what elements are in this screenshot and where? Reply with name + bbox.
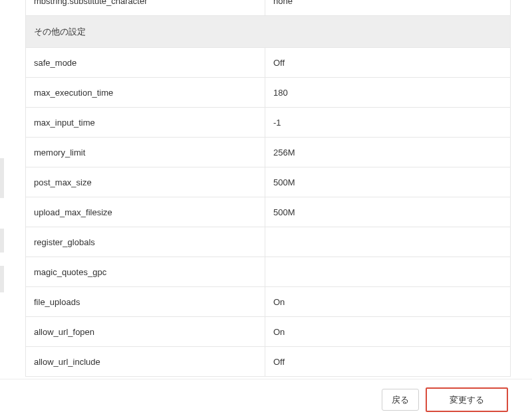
setting-value (265, 227, 511, 257)
setting-value: -1 (265, 108, 511, 138)
table-row: post_max_size 500M (26, 167, 511, 197)
setting-value (265, 257, 511, 287)
table-row: mbstring.substitute_character none (26, 0, 511, 16)
section-header-label: その他の設定 (26, 16, 511, 48)
back-button[interactable]: 戻る (382, 389, 419, 411)
table-row: memory_limit 256M (26, 138, 511, 167)
setting-name: max_input_time (26, 108, 265, 138)
setting-name: mbstring.substitute_character (26, 0, 265, 16)
setting-value: Off (265, 347, 511, 377)
setting-name: max_execution_time (26, 78, 265, 108)
table-row: file_uploads On (26, 287, 511, 317)
setting-value: 500M (265, 167, 511, 197)
setting-value: On (265, 287, 511, 317)
setting-name: file_uploads (26, 287, 265, 317)
php-settings-table: mbstring.substitute_character none その他の設… (25, 0, 511, 377)
setting-value: On (265, 317, 511, 347)
table-row: allow_url_fopen On (26, 317, 511, 347)
footer-action-bar: 戻る 変更する (0, 379, 532, 420)
table-row: max_input_time -1 (26, 108, 511, 138)
setting-value: 180 (265, 78, 511, 108)
table-row: upload_max_filesize 500M (26, 197, 511, 227)
setting-value: 500M (265, 197, 511, 227)
settings-table-container: mbstring.substitute_character none その他の設… (4, 0, 532, 420)
setting-value: none (265, 0, 511, 16)
setting-name: memory_limit (26, 138, 265, 167)
setting-name: magic_quotes_gpc (26, 257, 265, 287)
setting-name: allow_url_include (26, 347, 265, 377)
table-row: register_globals (26, 227, 511, 257)
table-row: safe_mode Off (26, 48, 511, 78)
setting-value: 256M (265, 138, 511, 167)
table-row: max_execution_time 180 (26, 78, 511, 108)
setting-name: upload_max_filesize (26, 197, 265, 227)
submit-button[interactable]: 変更する (426, 387, 508, 413)
setting-name: post_max_size (26, 167, 265, 197)
setting-value: Off (265, 48, 511, 78)
setting-name: register_globals (26, 227, 265, 257)
table-row: allow_url_include Off (26, 347, 511, 377)
section-header-row: その他の設定 (26, 16, 511, 48)
setting-name: safe_mode (26, 48, 265, 78)
table-row: magic_quotes_gpc (26, 257, 511, 287)
setting-name: allow_url_fopen (26, 317, 265, 347)
